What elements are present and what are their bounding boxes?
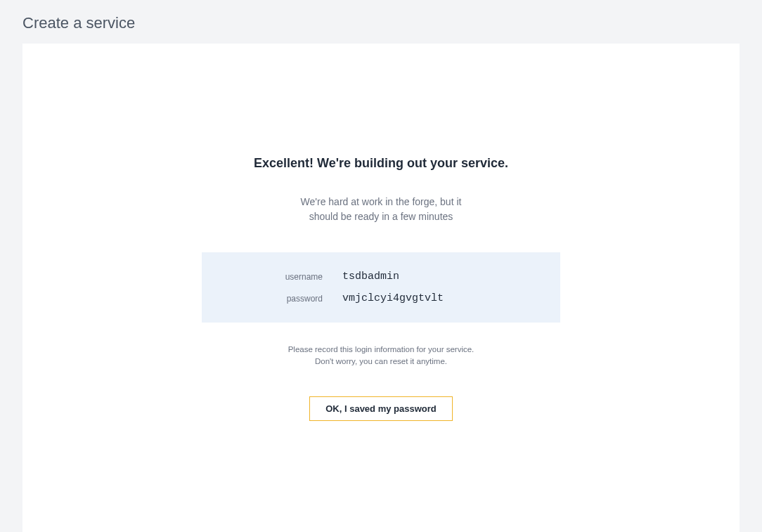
password-row: password vmjclcyi4gvgtvlt bbox=[202, 292, 560, 304]
username-label: username bbox=[202, 272, 342, 282]
password-value: vmjclcyi4gvgtvlt bbox=[342, 292, 444, 304]
sub-text: We're hard at work in the forge, but it … bbox=[301, 195, 462, 224]
info-line1: Please record this login information for… bbox=[288, 344, 474, 356]
main-heading: Excellent! We're building out your servi… bbox=[254, 156, 508, 171]
page-header: Create a service bbox=[0, 0, 762, 44]
sub-text-line1: We're hard at work in the forge, but it bbox=[301, 195, 462, 209]
confirm-saved-password-button[interactable]: OK, I saved my password bbox=[309, 396, 453, 421]
page-title: Create a service bbox=[22, 14, 740, 32]
username-value: tsdbadmin bbox=[342, 271, 399, 283]
sub-text-line2: should be ready in a few minutes bbox=[301, 209, 462, 224]
info-line2: Don't worry, you can reset it anytime. bbox=[288, 356, 474, 368]
password-label: password bbox=[202, 294, 342, 304]
credentials-box: username tsdbadmin password vmjclcyi4gvg… bbox=[202, 252, 560, 323]
info-text: Please record this login information for… bbox=[288, 344, 474, 368]
service-creation-card: Excellent! We're building out your servi… bbox=[22, 44, 740, 532]
username-row: username tsdbadmin bbox=[202, 271, 560, 283]
